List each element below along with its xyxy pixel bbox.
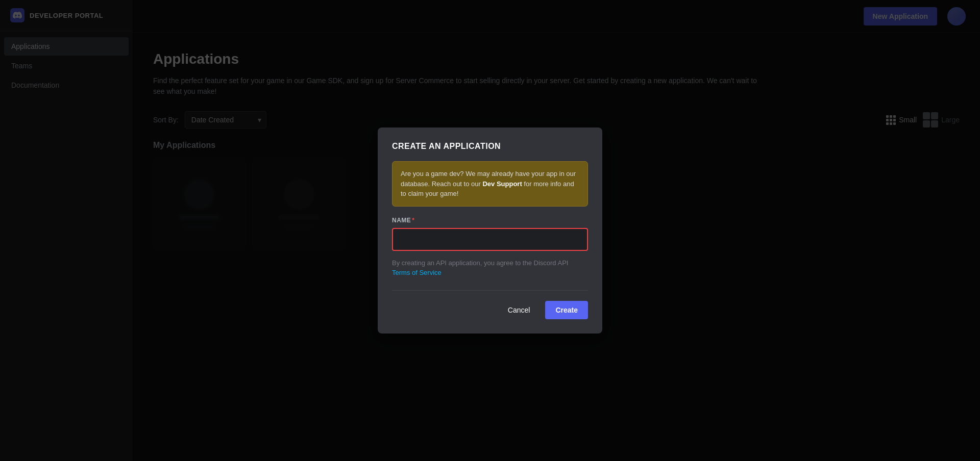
create-application-modal: CREATE AN APPLICATION Are you a game dev…: [378, 127, 602, 334]
create-button[interactable]: Create: [545, 301, 588, 319]
application-name-input[interactable]: [392, 228, 588, 251]
required-indicator: *: [412, 217, 414, 224]
modal-title: CREATE AN APPLICATION: [392, 142, 588, 151]
modal-overlay: CREATE AN APPLICATION Are you a game dev…: [133, 0, 980, 461]
name-field-label: NAME*: [392, 217, 588, 224]
modal-footer: Cancel Create: [392, 290, 588, 319]
cancel-button[interactable]: Cancel: [500, 301, 538, 319]
terms-link[interactable]: Terms of Service: [392, 269, 442, 276]
terms-prefix: By creating an API application, you agre…: [392, 259, 568, 267]
terms-text: By creating an API application, you agre…: [392, 258, 588, 278]
info-box: Are you a game dev? We may already have …: [392, 161, 588, 207]
main-content: New Application Applications Find the pe…: [133, 0, 980, 461]
info-text-bold: Dev Support: [482, 180, 522, 188]
